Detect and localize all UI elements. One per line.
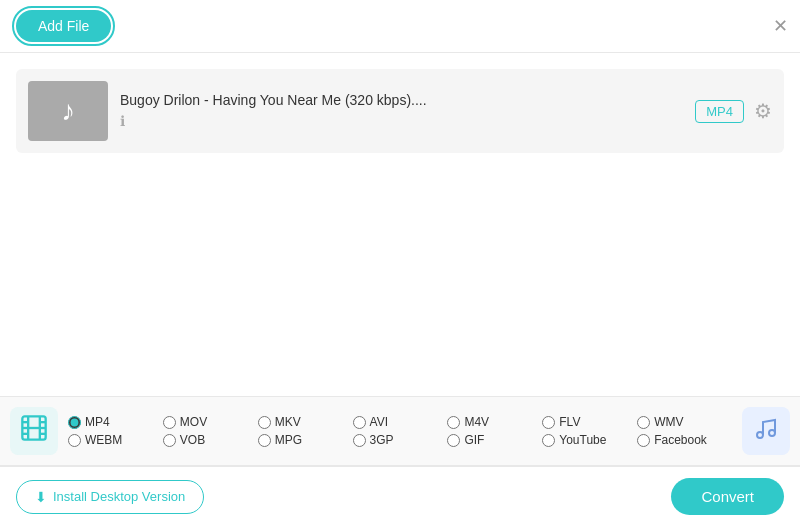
format-option-mov[interactable]: MOV [163,415,258,429]
radio-wmv[interactable] [637,416,650,429]
label-mp4: MP4 [85,415,110,429]
convert-button[interactable]: Convert [671,478,784,515]
radio-facebook[interactable] [637,434,650,447]
info-icon[interactable]: ℹ [120,113,125,129]
radio-vob[interactable] [163,434,176,447]
label-mpg: MPG [275,433,302,447]
label-youtube: YouTube [559,433,606,447]
close-button[interactable]: ✕ [773,15,788,37]
radio-gif[interactable] [447,434,460,447]
format-option-facebook[interactable]: Facebook [637,433,732,447]
install-button[interactable]: ⬇ Install Desktop Version [16,480,204,514]
label-mkv: MKV [275,415,301,429]
music-icon: ♪ [61,95,75,127]
gear-icon[interactable]: ⚙ [754,99,772,123]
file-thumbnail: ♪ [28,81,108,141]
add-file-button[interactable]: Add File [16,10,111,42]
format-option-youtube[interactable]: YouTube [542,433,637,447]
radio-mov[interactable] [163,416,176,429]
radio-3gp[interactable] [353,434,366,447]
format-option-mp4[interactable]: MP4 [68,415,163,429]
film-icon [20,414,48,448]
format-option-flv[interactable]: FLV [542,415,637,429]
install-label: Install Desktop Version [53,489,185,504]
file-name: Bugoy Drilon - Having You Near Me (320 k… [120,92,683,108]
format-option-avi[interactable]: AVI [353,415,448,429]
file-actions: MP4 ⚙ [695,99,772,123]
format-options: MP4MOVMKVAVIM4VFLVWMVWEBMVOBMPG3GPGIFYou… [68,411,732,451]
label-wmv: WMV [654,415,683,429]
radio-webm[interactable] [68,434,81,447]
label-mov: MOV [180,415,207,429]
footer-bar: ⬇ Install Desktop Version Convert [0,466,800,526]
radio-mp4[interactable] [68,416,81,429]
format-bar: MP4MOVMKVAVIM4VFLVWMVWEBMVOBMPG3GPGIFYou… [0,396,800,466]
radio-mkv[interactable] [258,416,271,429]
radio-mpg[interactable] [258,434,271,447]
svg-point-8 [757,432,763,438]
label-vob: VOB [180,433,205,447]
label-facebook: Facebook [654,433,707,447]
format-option-gif[interactable]: GIF [447,433,542,447]
format-option-webm[interactable]: WEBM [68,433,163,447]
format-option-vob[interactable]: VOB [163,433,258,447]
format-option-wmv[interactable]: WMV [637,415,732,429]
label-m4v: M4V [464,415,489,429]
format-option-3gp[interactable]: 3GP [353,433,448,447]
radio-m4v[interactable] [447,416,460,429]
label-flv: FLV [559,415,580,429]
download-icon: ⬇ [35,489,47,505]
main-content: ♪ Bugoy Drilon - Having You Near Me (320… [0,53,800,359]
format-option-mpg[interactable]: MPG [258,433,353,447]
format-badge: MP4 [695,100,744,123]
label-avi: AVI [370,415,388,429]
file-item: ♪ Bugoy Drilon - Having You Near Me (320… [16,69,784,153]
svg-point-9 [769,430,775,436]
label-3gp: 3GP [370,433,394,447]
radio-flv[interactable] [542,416,555,429]
file-info: Bugoy Drilon - Having You Near Me (320 k… [120,92,683,130]
radio-youtube[interactable] [542,434,555,447]
format-option-mkv[interactable]: MKV [258,415,353,429]
audio-icon-box[interactable] [742,407,790,455]
audio-note-icon [754,417,778,446]
label-webm: WEBM [85,433,122,447]
top-bar: Add File ✕ [0,0,800,53]
film-icon-box [10,407,58,455]
label-gif: GIF [464,433,484,447]
format-option-m4v[interactable]: M4V [447,415,542,429]
radio-avi[interactable] [353,416,366,429]
